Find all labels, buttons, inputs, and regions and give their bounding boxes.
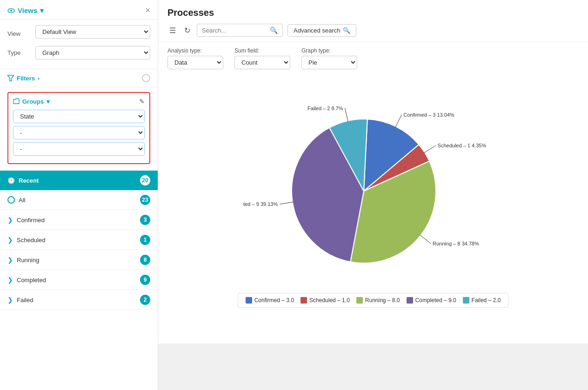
pie-label-line-running xyxy=(420,235,431,244)
pie-label-running: Running – 8 34.78% xyxy=(433,241,479,246)
list-item-all[interactable]: All 23 xyxy=(0,190,158,210)
groups-header: Groups ▾ ✎ xyxy=(13,98,145,105)
list-item-scheduled-label: Scheduled xyxy=(17,237,45,244)
sum-field-label: Sum field: xyxy=(234,47,290,54)
search-input[interactable] xyxy=(202,27,267,34)
legend-label-confirmed: Confirmed – 3.0 xyxy=(254,297,294,304)
filters-row: Filters › xyxy=(0,69,158,87)
loader-circle xyxy=(142,74,150,82)
list-item-running[interactable]: ❯ Running 8 xyxy=(0,250,158,270)
analysis-type-select[interactable]: Data Count Sum xyxy=(167,56,223,69)
search-box: 🔍 xyxy=(197,24,283,37)
view-field: View Default View xyxy=(7,25,150,42)
legend-label-failed: Failed – 2.0 xyxy=(472,297,501,304)
list-item-running-label: Running xyxy=(17,257,39,264)
list-item-failed[interactable]: ❯ Failed 2 xyxy=(0,290,158,310)
pie-chart-wrapper: Confirmed – 3 13.04%Scheduled – 1 4.35%R… xyxy=(243,105,503,291)
groups-select-2[interactable]: - xyxy=(13,126,145,139)
graph-type-select[interactable]: Pie Bar Line xyxy=(301,56,357,69)
groups-edit-button[interactable]: ✎ xyxy=(139,98,145,105)
list-item-completed[interactable]: ❯ Completed 9 xyxy=(0,270,158,290)
clock-icon: 🕐 xyxy=(7,177,15,184)
recent-item[interactable]: 🕐 Recent 20 xyxy=(0,171,158,190)
list-item-failed-badge: 2 xyxy=(140,295,150,305)
recent-label: Recent xyxy=(19,177,39,184)
adv-search-icon: 🔍 xyxy=(343,27,350,34)
svg-point-1 xyxy=(10,10,12,12)
list-item-running-badge: 8 xyxy=(140,255,150,265)
arrow-icon-failed: ❯ xyxy=(7,296,13,304)
list-item-scheduled-left: ❯ Scheduled xyxy=(7,236,45,244)
bottom-area xyxy=(158,344,588,390)
groups-label: Groups xyxy=(22,98,44,105)
eye-icon xyxy=(7,7,15,14)
pie-label-line-failed xyxy=(345,108,348,122)
graph-type-group: Graph type: Pie Bar Line xyxy=(301,47,357,69)
pie-label-failed: Failed – 2 8.7% xyxy=(307,106,343,111)
groups-select-1[interactable]: State xyxy=(13,110,145,123)
list-item-scheduled[interactable]: ❯ Scheduled 1 xyxy=(0,230,158,250)
pie-label-line-completed xyxy=(280,202,294,205)
list-item-confirmed-left: ❯ Confirmed xyxy=(7,216,45,224)
hamburger-button[interactable]: ☰ xyxy=(167,24,178,37)
sum-field-select[interactable]: Count xyxy=(234,56,290,69)
svg-marker-2 xyxy=(7,75,14,81)
type-select[interactable]: Graph Table List xyxy=(35,46,150,59)
filters-button[interactable]: Filters › xyxy=(7,75,40,82)
view-label: View xyxy=(7,30,31,37)
page-title: Processes xyxy=(167,7,579,18)
views-label: Views xyxy=(18,7,37,14)
circle-icon xyxy=(7,196,15,204)
main-panel: Processes ☰ ↻ 🔍 Advanced search 🔍 Analys… xyxy=(158,0,588,390)
legend-dot-scheduled xyxy=(301,297,307,304)
pie-label-line-scheduled xyxy=(424,145,435,153)
pie-label-completed: Completed – 9 39.13% xyxy=(243,201,278,207)
list-item-confirmed-badge: 3 xyxy=(140,215,150,225)
legend-dot-running xyxy=(356,297,363,304)
recent-badge: 20 xyxy=(140,175,150,185)
chart-legend: Confirmed – 3.0Scheduled – 1.0Running – … xyxy=(238,293,509,308)
recent-left: 🕐 Recent xyxy=(7,177,39,184)
legend-dot-failed xyxy=(463,297,469,304)
pie-label-line-confirmed xyxy=(395,115,401,127)
list-item-confirmed[interactable]: ❯ Confirmed 3 xyxy=(0,210,158,230)
groups-left[interactable]: Groups ▾ xyxy=(13,98,50,105)
adv-search-label: Advanced search xyxy=(294,27,340,34)
groups-section: Groups ▾ ✎ State - - xyxy=(7,92,150,164)
main-header: Processes ☰ ↻ 🔍 Advanced search 🔍 xyxy=(158,0,588,42)
legend-label-scheduled: Scheduled – 1.0 xyxy=(309,297,350,304)
groups-select-3[interactable]: - xyxy=(13,142,145,156)
filter-icon xyxy=(7,75,14,81)
legend-label-running: Running – 8.0 xyxy=(365,297,400,304)
legend-dot-confirmed xyxy=(246,297,252,304)
search-icon[interactable]: 🔍 xyxy=(270,26,278,34)
chart-area: Confirmed – 3 13.04%Scheduled – 1 4.35%R… xyxy=(158,69,588,344)
list-item-all-label: All xyxy=(19,197,25,204)
list-item-failed-label: Failed xyxy=(17,297,33,304)
refresh-button[interactable]: ↻ xyxy=(182,24,192,37)
close-button[interactable]: × xyxy=(145,6,150,15)
arrow-icon-confirmed: ❯ xyxy=(7,216,13,224)
list-section: 🕐 Recent 20 All 23 ❯ Confirmed 3 ❯ xyxy=(0,169,158,312)
analysis-row: Analysis type: Data Count Sum Sum field:… xyxy=(158,42,588,69)
sidebar: Views ▾ × View Default View Type Graph T… xyxy=(0,0,158,390)
list-item-running-left: ❯ Running xyxy=(7,256,39,264)
legend-item-running: Running – 8.0 xyxy=(356,297,400,304)
views-button[interactable]: Views ▾ xyxy=(7,7,44,15)
list-item-confirmed-label: Confirmed xyxy=(17,217,45,224)
analysis-type-label: Analysis type: xyxy=(167,47,223,54)
list-item-completed-label: Completed xyxy=(17,277,46,284)
analysis-type-group: Analysis type: Data Count Sum xyxy=(167,47,223,69)
chevron-down-icon: ▾ xyxy=(40,7,44,15)
legend-item-failed: Failed – 2.0 xyxy=(463,297,501,304)
view-select[interactable]: Default View xyxy=(35,25,150,39)
list-item-failed-left: ❯ Failed xyxy=(7,296,33,304)
list-item-completed-left: ❯ Completed xyxy=(7,276,46,284)
groups-chevron-icon: ▾ xyxy=(47,98,50,105)
graph-type-label: Graph type: xyxy=(301,47,357,54)
folder-icon xyxy=(13,98,20,105)
advanced-search-button[interactable]: Advanced search 🔍 xyxy=(287,24,356,37)
arrow-icon-scheduled: ❯ xyxy=(7,236,13,244)
type-label: Type xyxy=(7,49,31,56)
legend-item-scheduled: Scheduled – 1.0 xyxy=(301,297,350,304)
